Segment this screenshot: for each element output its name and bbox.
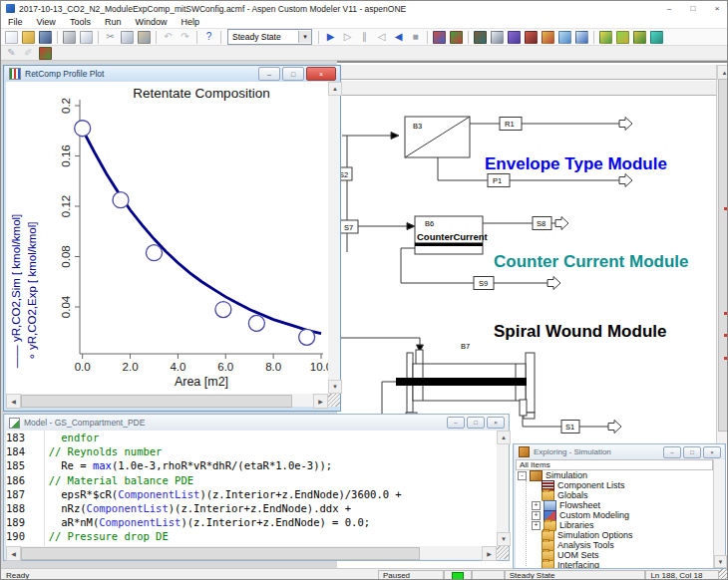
scroll-down-icon[interactable]: ▼	[714, 555, 727, 568]
status-resize-grip[interactable]	[719, 569, 728, 579]
code-line-186[interactable]: 186 // Material balance PDE	[6, 473, 497, 487]
explorer-minimize-button[interactable]: –	[663, 446, 681, 458]
break-link-icon[interactable]	[37, 46, 54, 61]
flowsheet-vertical-scrollbar[interactable]: ▲	[716, 65, 728, 445]
exp-data-point[interactable]	[248, 315, 264, 331]
flowsheet-scroll-thumb[interactable]	[718, 79, 728, 432]
exp-data-point[interactable]	[146, 245, 162, 261]
code-horizontal-scrollbar[interactable]: ◀ ▶	[6, 546, 497, 559]
tree-item-globals[interactable]: Globals	[516, 490, 713, 500]
collapse-icon[interactable]: -	[518, 471, 527, 480]
edit-link-icon[interactable]: ✎	[3, 46, 20, 61]
plot-horizontal-scrollbar[interactable]: ◀ ▶	[6, 394, 328, 407]
scroll-down-icon[interactable]: ▼	[497, 532, 511, 546]
plot-restore-button[interactable]: □	[282, 67, 304, 81]
code-line-187[interactable]: 187 epsR*$cR(ComponentList)(z.Interior+z…	[6, 487, 497, 501]
scroll-down-icon[interactable]: ▼	[328, 380, 342, 394]
restart-icon[interactable]: ◁	[373, 30, 390, 45]
scroll-left-icon[interactable]: ◀	[6, 394, 21, 409]
scroll-up-icon[interactable]: ▲	[717, 65, 728, 80]
cut-icon[interactable]: ✂	[102, 30, 119, 45]
code-scroll-thumb[interactable]	[21, 547, 420, 560]
plot-resize-grip[interactable]	[328, 394, 340, 407]
snapshot-icon[interactable]	[523, 30, 540, 45]
code-editor-area[interactable]: 183 endfor184 // Reynolds number185 Re =…	[6, 431, 497, 546]
open-file-icon[interactable]	[20, 30, 37, 45]
import-icon[interactable]	[648, 30, 665, 45]
stream-label-s8[interactable]: S8	[537, 219, 546, 228]
stream-label-s1[interactable]: S1	[565, 423, 574, 432]
exp-data-point[interactable]	[75, 121, 91, 137]
minimize-button[interactable]: –	[657, 1, 681, 16]
stream-line-p1[interactable]	[438, 157, 488, 180]
code-restore-button[interactable]: □	[467, 417, 485, 429]
plot-vertical-scrollbar[interactable]: ▲ ▼	[328, 82, 340, 394]
sim-line-series[interactable]	[83, 130, 321, 334]
pause-icon[interactable]: ∥	[356, 30, 373, 45]
code-line-185[interactable]: 185 Re = max(1.0e-3,rhoR*vR*dhR/(etaR*1.…	[6, 458, 497, 472]
explorer-restore-button[interactable]: □	[683, 446, 701, 458]
tree-item-simulation[interactable]: -Simulation	[516, 470, 713, 480]
plot-canvas[interactable]: 0.20.160.120.080.040.02.04.06.08.010.0Re…	[6, 82, 328, 394]
plot-close-button[interactable]: ×	[306, 67, 336, 81]
new-document-icon[interactable]	[3, 30, 20, 45]
menu-tools[interactable]: Tools	[63, 17, 98, 27]
code-line-188[interactable]: 188 nRz(ComponentList)(z.Interior+z.EndN…	[6, 501, 497, 515]
run-mode-select[interactable]: Steady State▾	[227, 29, 312, 45]
sync-icon[interactable]	[614, 30, 631, 45]
chevron-down-icon[interactable]: ▾	[298, 31, 311, 43]
expand-icon[interactable]: +	[532, 501, 541, 510]
save-icon[interactable]	[37, 30, 54, 45]
redo-icon[interactable]: ↷	[177, 30, 193, 45]
paste-icon[interactable]	[136, 30, 153, 45]
flowsheet-window-titlebar[interactable]	[337, 65, 716, 80]
menu-window[interactable]: Window	[128, 17, 174, 27]
rerun-icon[interactable]	[431, 30, 448, 45]
code-close-button[interactable]: ×	[487, 417, 505, 429]
exp-data-point[interactable]	[299, 329, 315, 345]
explorer-close-button[interactable]: ×	[703, 446, 721, 458]
menu-view[interactable]: View	[30, 17, 63, 27]
scroll-right-icon[interactable]: ▶	[313, 394, 328, 409]
code-minimize-button[interactable]: –	[447, 417, 465, 429]
expand-icon[interactable]: +	[532, 511, 541, 520]
close-button[interactable]: ×	[705, 1, 728, 16]
undo-icon[interactable]: ↶	[160, 30, 177, 45]
exp-data-point[interactable]	[215, 302, 231, 318]
compare-icon[interactable]	[597, 30, 614, 45]
query-icon[interactable]	[506, 30, 523, 45]
scroll-right-icon[interactable]: ▶	[482, 546, 497, 561]
expand-icon[interactable]: +	[532, 521, 541, 530]
code-window-titlebar[interactable]: Model - GS_Compartment_PDE – □ ×	[5, 415, 508, 431]
menu-file[interactable]: File	[1, 17, 30, 27]
plot-scroll-thumb[interactable]	[21, 395, 292, 408]
step-icon[interactable]: ▷	[339, 30, 356, 45]
print-icon[interactable]	[61, 30, 78, 45]
help-icon[interactable]: ?	[200, 30, 217, 45]
stop-icon[interactable]: ■	[407, 30, 424, 45]
rewind-icon[interactable]: ◀	[390, 30, 407, 45]
search-icon[interactable]	[472, 30, 489, 45]
stream-label-s9[interactable]: S9	[479, 279, 488, 288]
stream-label-s7[interactable]: S7	[344, 223, 353, 232]
plot-window-titlebar[interactable]: RetComp Profile Plot – □ ×	[5, 66, 339, 82]
plot-tool-icon[interactable]	[556, 30, 573, 45]
stream-label-r1[interactable]: R1	[505, 120, 515, 129]
explorer-titlebar[interactable]: Exploring - Simulation – □ ×	[515, 444, 724, 459]
stream-label-p1[interactable]: P1	[493, 176, 502, 185]
scroll-left-icon[interactable]: ◀	[6, 546, 21, 561]
code-line-190[interactable]: 190 // Pressure drop DE	[6, 529, 497, 543]
print-preview-icon[interactable]	[78, 30, 95, 45]
copy-icon[interactable]	[119, 30, 136, 45]
export-icon[interactable]	[631, 30, 648, 45]
tree-item-flowsheet[interactable]: +Flowsheet	[516, 500, 713, 510]
plot-minimize-button[interactable]: –	[258, 67, 280, 81]
menu-run[interactable]: Run	[98, 17, 129, 27]
tree-item-interfacing[interactable]: Interfacing	[516, 560, 713, 568]
exp-data-point[interactable]	[113, 192, 129, 208]
scroll-up-icon[interactable]: ▲	[497, 431, 511, 444]
camera-icon[interactable]	[540, 30, 556, 45]
edit-link2-icon[interactable]: ✐	[20, 46, 37, 61]
maximize-button[interactable]: □	[681, 1, 705, 16]
chart-tool-icon[interactable]	[573, 30, 590, 45]
